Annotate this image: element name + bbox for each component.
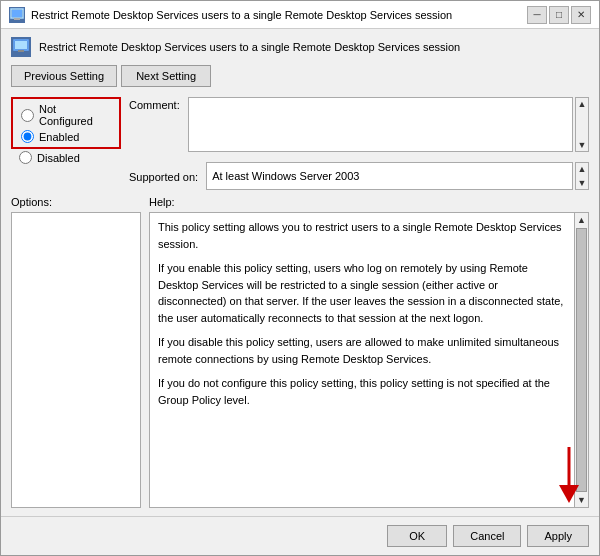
header-icon	[11, 37, 31, 57]
previous-setting-button[interactable]: Previous Setting	[11, 65, 117, 87]
next-setting-button[interactable]: Next Setting	[121, 65, 211, 87]
options-panel: Options:	[11, 196, 141, 508]
main-window: Restrict Remote Desktop Services users t…	[0, 0, 600, 556]
comment-textarea[interactable]	[188, 97, 573, 152]
upper-section: Not Configured Enabled Disabled Comment:	[11, 97, 589, 190]
supported-section: Supported on: At least Windows Server 20…	[129, 162, 589, 190]
enabled-radio[interactable]	[21, 130, 34, 143]
right-upper: Comment: ▲ ▼ Supported on: At least	[129, 97, 589, 190]
supported-value: At least Windows Server 2003	[206, 162, 573, 190]
content-area: Restrict Remote Desktop Services users t…	[1, 29, 599, 516]
supported-label: Supported on:	[129, 169, 198, 183]
enabled-label: Enabled	[39, 131, 79, 143]
window-icon	[9, 7, 25, 23]
main-layout: Options: Help: This policy setting allow…	[11, 196, 589, 508]
bottom-area: OK Cancel Apply	[1, 516, 599, 555]
svg-rect-4	[15, 41, 27, 49]
supported-scroll-up[interactable]: ▲	[576, 163, 588, 175]
help-text-4: If you do not configure this policy sett…	[158, 375, 566, 408]
title-bar: Restrict Remote Desktop Services users t…	[1, 1, 599, 29]
supported-scroll-down[interactable]: ▼	[576, 177, 588, 189]
header-title: Restrict Remote Desktop Services users t…	[39, 41, 589, 53]
help-scroll-up[interactable]: ▲	[575, 213, 588, 227]
not-configured-label: Not Configured	[39, 103, 111, 127]
help-label: Help:	[149, 196, 589, 208]
nav-buttons: Previous Setting Next Setting	[11, 65, 589, 87]
svg-rect-2	[14, 18, 20, 20]
disabled-radio[interactable]	[19, 151, 32, 164]
svg-rect-1	[12, 10, 22, 17]
help-scroll-down[interactable]: ▼	[575, 493, 588, 507]
apply-button[interactable]: Apply	[527, 525, 589, 547]
disabled-label: Disabled	[37, 152, 80, 164]
svg-rect-5	[18, 50, 24, 52]
cancel-button[interactable]: Cancel	[453, 525, 521, 547]
enabled-option[interactable]: Enabled	[21, 130, 111, 143]
header-row: Restrict Remote Desktop Services users t…	[11, 37, 589, 57]
radio-section: Not Configured Enabled Disabled	[11, 97, 121, 190]
disabled-option[interactable]: Disabled	[19, 151, 121, 164]
close-button[interactable]: ✕	[571, 6, 591, 24]
minimize-button[interactable]: ─	[527, 6, 547, 24]
not-configured-radio[interactable]	[21, 109, 34, 122]
ok-button[interactable]: OK	[387, 525, 447, 547]
title-bar-left: Restrict Remote Desktop Services users t…	[9, 7, 452, 23]
comment-scroll-up[interactable]: ▲	[576, 98, 588, 110]
title-controls: ─ □ ✕	[527, 6, 591, 24]
comment-label: Comment:	[129, 97, 180, 111]
help-text-1: This policy setting allows you to restri…	[158, 219, 566, 252]
title-text: Restrict Remote Desktop Services users t…	[31, 9, 452, 21]
help-text-2: If you enable this policy setting, users…	[158, 260, 566, 326]
comment-section: Comment: ▲ ▼	[129, 97, 589, 152]
not-configured-option[interactable]: Not Configured	[21, 103, 111, 127]
options-label: Options:	[11, 196, 141, 208]
options-box	[11, 212, 141, 508]
radio-group: Not Configured Enabled	[11, 97, 121, 149]
bottom-bar: OK Cancel Apply	[1, 516, 599, 555]
help-box: This policy setting allows you to restri…	[149, 212, 575, 508]
help-text-3: If you disable this policy setting, user…	[158, 334, 566, 367]
help-panel: Help: This policy setting allows you to …	[149, 196, 589, 508]
maximize-button[interactable]: □	[549, 6, 569, 24]
comment-scroll-down[interactable]: ▼	[576, 139, 588, 151]
